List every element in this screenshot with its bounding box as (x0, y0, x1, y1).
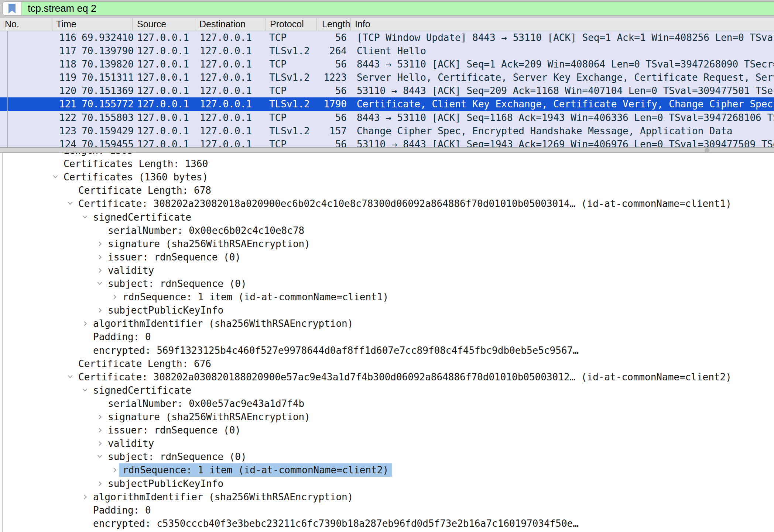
cell-protocol: TLSv1.2 (269, 124, 317, 138)
cell-length: 56 (317, 111, 347, 124)
chevron-down-icon[interactable]: › (49, 172, 62, 181)
tree-item[interactable]: ›algorithmIdentifier (sha256WithRSAEncry… (0, 490, 774, 504)
tree-item[interactable]: ›subject: rdnSequence (0) (0, 277, 774, 290)
scrollbar-thumb[interactable] (705, 148, 709, 153)
chevron-right-icon[interactable]: › (81, 317, 90, 329)
chevron-right-icon[interactable]: › (110, 463, 119, 476)
column-header-length[interactable]: Length (317, 18, 351, 31)
chevron-right-icon[interactable]: › (96, 237, 105, 250)
column-header-destination[interactable]: Destination (195, 18, 266, 31)
pane-splitter[interactable] (0, 147, 774, 153)
chevron-down-icon[interactable]: › (94, 452, 106, 461)
cell-destination: 127.0.0.1 (200, 97, 269, 111)
tree-item[interactable]: encrypted: c5350cccb40f3e3bebc23211c6fc7… (0, 517, 774, 530)
cell-length: 56 (317, 84, 347, 97)
chevron-right-icon[interactable]: › (110, 290, 119, 303)
tree-item[interactable]: ›Certificate: 308202a030820188020900e57a… (0, 370, 774, 384)
window-edge-divider (2, 153, 3, 532)
cell-time: 70.151369 (76, 84, 137, 97)
tree-item[interactable]: Certificate Length: 678 (0, 184, 774, 197)
tree-item[interactable]: ›Certificates (1360 bytes) (0, 170, 774, 184)
tree-item[interactable]: ›signature (sha256WithRSAEncryption) (0, 410, 774, 424)
tree-item[interactable]: ›subject: rdnSequence (0) (0, 450, 774, 463)
column-header-source[interactable]: Source (133, 18, 195, 31)
chevron-right-icon[interactable]: › (96, 304, 105, 316)
packet-row-123[interactable]: 12370.159429127.0.0.1127.0.0.1TLSv1.2157… (0, 124, 774, 138)
tree-item[interactable]: serialNumber: 0x00ec6b02c4c10e8c78 (0, 224, 774, 237)
column-header-info[interactable]: Info (351, 18, 774, 31)
tree-item-label: serialNumber: 0x00e57ac9e43a1d7f4b (108, 397, 304, 410)
tree-item[interactable]: ›rdnSequence: 1 item (id-at-commonName=c… (0, 463, 774, 477)
column-header-no[interactable]: No. (0, 18, 52, 31)
cell-destination: 127.0.0.1 (200, 84, 269, 97)
column-header-protocol[interactable]: Protocol (266, 18, 317, 31)
cell-source: 127.0.0.1 (137, 138, 200, 147)
tree-item[interactable]: ›validity (0, 437, 774, 450)
display-filter-input[interactable]: tcp.stream eq 2 (2, 1, 774, 15)
chevron-down-icon[interactable]: › (79, 213, 92, 221)
packet-row-122[interactable]: 12270.155803127.0.0.1127.0.0.1TCP568443 … (0, 111, 774, 124)
column-header-label: Protocol (266, 18, 304, 30)
filter-bookmark-button[interactable] (3, 2, 22, 15)
packet-row-121[interactable]: 12170.155772127.0.0.1127.0.0.1TLSv1.2179… (0, 97, 774, 111)
packet-row-120[interactable]: 12070.151369127.0.0.1127.0.0.1TCP5653110… (0, 84, 774, 97)
tree-item-label: serialNumber: 0x00ec6b02c4c10e8c78 (108, 224, 304, 237)
tree-item-label: algorithmIdentifier (sha256WithRSAEncryp… (93, 317, 353, 330)
tree-item[interactable]: ›validity (0, 264, 774, 277)
tree-item[interactable]: TLSv1.2 Record Layer: Handshake Protocol… (0, 530, 774, 532)
tree-item[interactable]: ›subjectPublicKeyInfo (0, 304, 774, 317)
chevron-down-icon[interactable]: › (64, 199, 77, 208)
chevron-right-icon[interactable]: › (96, 251, 105, 263)
chevron-down-icon[interactable]: › (94, 279, 106, 288)
tree-item-label: signature (sha256WithRSAEncryption) (108, 237, 310, 251)
column-header-label: No. (0, 18, 19, 30)
cell-source: 127.0.0.1 (137, 58, 200, 71)
tree-item-label: Certificate Length: 676 (78, 357, 211, 370)
tree-item[interactable]: ›issuer: rdnSequence (0) (0, 424, 774, 437)
cell-protocol: TCP (269, 58, 317, 71)
tree-item[interactable]: ›signature (sha256WithRSAEncryption) (0, 237, 774, 251)
tree-item[interactable]: ›Certificate: 308202a23082018a020900ec6b… (0, 197, 774, 210)
chevron-right-icon[interactable]: › (81, 490, 90, 503)
packet-row-118[interactable]: 11870.139820127.0.0.1127.0.0.1TCP568443 … (0, 58, 774, 71)
chevron-right-icon[interactable]: › (96, 477, 105, 490)
packet-list: 11669.932410127.0.0.1127.0.0.1TCP56[TCP … (0, 31, 774, 147)
tree-item-label: Certificate: 308202a23082018a020900ec6b0… (78, 197, 732, 210)
cell-time: 70.155803 (76, 111, 137, 124)
packet-row-124[interactable]: 12470.159455127.0.0.1127.0.0.1TCP5653110… (0, 138, 774, 147)
tree-item[interactable]: Certificates Length: 1360 (0, 157, 774, 170)
tree-item-label: rdnSequence: 1 item (id-at-commonName=cl… (123, 290, 388, 304)
tree-item[interactable]: Length: 1363 (0, 153, 774, 157)
tree-item[interactable]: serialNumber: 0x00e57ac9e43a1d7f4b (0, 397, 774, 410)
tree-item[interactable]: ›issuer: rdnSequence (0) (0, 251, 774, 264)
tree-item[interactable]: ›algorithmIdentifier (sha256WithRSAEncry… (0, 317, 774, 330)
cell-protocol: TCP (269, 31, 317, 44)
cell-time: 70.151311 (76, 71, 137, 84)
tree-item[interactable]: Certificate Length: 676 (0, 357, 774, 370)
tree-item[interactable]: encrypted: 569f1323125b4c460f527e9978644… (0, 344, 774, 357)
tree-item[interactable]: Padding: 0 (0, 504, 774, 517)
column-header-time[interactable]: Time (52, 18, 133, 31)
chevron-down-icon[interactable]: › (79, 386, 92, 394)
cell-length: 264 (317, 44, 347, 58)
cell-info: [TCP Window Update] 8443 → 53110 [ACK] S… (347, 31, 774, 44)
chevron-right-icon[interactable]: › (96, 437, 105, 449)
chevron-right-icon[interactable]: › (96, 410, 105, 423)
tree-item[interactable]: Padding: 0 (0, 330, 774, 343)
tree-item[interactable]: ›rdnSequence: 1 item (id-at-commonName=c… (0, 290, 774, 304)
tree-item[interactable]: ›subjectPublicKeyInfo (0, 477, 774, 490)
tree-item[interactable]: ›signedCertificate (0, 384, 774, 397)
cell-no: 121 (0, 97, 76, 111)
column-header-label: Info (351, 18, 370, 30)
chevron-right-icon[interactable]: › (96, 424, 105, 436)
tree-item[interactable]: ›signedCertificate (0, 211, 774, 224)
tree-item-label: encrypted: c5350cccb40f3e3bebc23211c6fc7… (93, 517, 579, 530)
packet-row-117[interactable]: 11770.139790127.0.0.1127.0.0.1TLSv1.2264… (0, 44, 774, 58)
packet-row-119[interactable]: 11970.151311127.0.0.1127.0.0.1TLSv1.2122… (0, 71, 774, 84)
cell-no: 119 (0, 71, 76, 84)
chevron-right-icon[interactable]: › (96, 264, 105, 276)
tree-item-label: algorithmIdentifier (sha256WithRSAEncryp… (93, 490, 353, 504)
packet-row-116[interactable]: 11669.932410127.0.0.1127.0.0.1TCP56[TCP … (0, 31, 774, 44)
cell-source: 127.0.0.1 (137, 111, 200, 124)
chevron-down-icon[interactable]: › (64, 372, 77, 381)
